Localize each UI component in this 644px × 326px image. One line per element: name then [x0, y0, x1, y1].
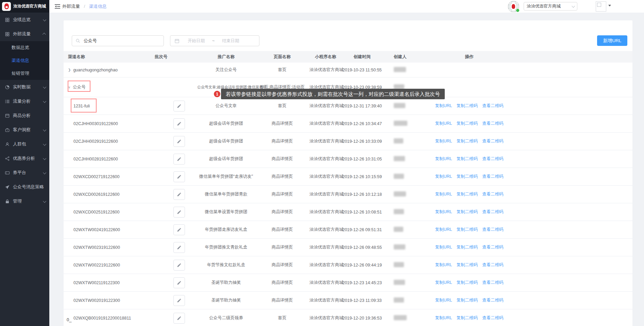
user-avatar-placeholder[interactable] [596, 1, 606, 12]
copy-url-link[interactable]: 复制URL [435, 174, 452, 179]
share-icon [4, 156, 10, 161]
sidebar-item-customer-insight[interactable]: 客户洞察 [0, 123, 49, 137]
copy-qrcode-link[interactable]: 复制二维码 [457, 262, 478, 268]
sidebar-item-external-traffic[interactable]: 外部流量 [0, 27, 49, 41]
edit-batch-button[interactable] [173, 277, 185, 288]
view-qrcode-link[interactable]: 查看二维码 [482, 315, 504, 321]
edit-batch-button[interactable] [173, 295, 185, 306]
menu-fold-icon[interactable] [54, 3, 61, 10]
page-name: 商品详情页 [255, 262, 309, 268]
copy-qrcode-link[interactable]: 复制二维码 [457, 209, 478, 215]
edit-batch-button[interactable] [173, 154, 185, 165]
sidebar-item-traffic-analysis[interactable]: 流量分析 [0, 94, 49, 108]
qr-code-avatar[interactable] [508, 1, 520, 13]
pencil-icon [177, 280, 182, 285]
promo-name: 微信菜单设置年货拼团 [197, 209, 255, 215]
copy-url-link[interactable]: 复制URL [435, 315, 452, 321]
date-end-placeholder[interactable]: 结束日期 [222, 38, 239, 44]
sidebar-item-official-account-message[interactable]: 公众号消息策略 [0, 180, 49, 194]
view-qrcode-link[interactable]: 查看二维码 [482, 174, 504, 179]
online-status-dot [516, 8, 520, 12]
view-qrcode-link[interactable]: 查看二维码 [482, 103, 504, 109]
copy-url-link[interactable]: 复制URL [435, 262, 452, 268]
table-row: 02WXCD002519122600微信菜单设置年货拼团商品详情页洽洽优选官方商… [64, 203, 632, 221]
expand-row-icon[interactable]: ❯ [68, 68, 71, 72]
view-qrcode-link[interactable]: 查看二维码 [482, 297, 504, 303]
edit-batch-button[interactable] [173, 242, 185, 253]
sidebar-subitem-data-overview[interactable]: 数据总览 [0, 41, 49, 54]
edit-batch-button[interactable] [173, 207, 185, 218]
copy-qrcode-link[interactable]: 复制二维码 [457, 315, 478, 321]
edit-batch-button[interactable] [173, 224, 185, 235]
created-time: 2019-12-23 14:45:23 [342, 280, 383, 285]
copy-url-link[interactable]: 复制URL [435, 156, 452, 162]
view-qrcode-link[interactable]: 查看二维码 [482, 121, 504, 126]
chevron-down-icon [43, 85, 46, 88]
edit-batch-button[interactable] [173, 260, 185, 271]
copy-url-link[interactable]: 复制URL [435, 121, 452, 126]
view-qrcode-link[interactable]: 查看二维码 [482, 227, 504, 233]
sidebar-item-product-analysis[interactable]: 商品分析 [0, 108, 49, 123]
copy-qrcode-link[interactable]: 复制二维码 [457, 297, 478, 303]
store-select[interactable]: 洽洽优选官方商城 [524, 2, 577, 11]
pencil-icon [177, 139, 182, 144]
grid-icon [4, 17, 10, 22]
copy-url-link[interactable]: 复制URL [435, 103, 452, 109]
copy-qrcode-link[interactable]: 复制二维码 [457, 156, 478, 162]
copy-url-link[interactable]: 复制URL [435, 227, 452, 233]
view-qrcode-link[interactable]: 查看二维码 [482, 209, 504, 215]
sidebar-item-audience-pack[interactable]: 人群包 [0, 137, 49, 151]
copy-qrcode-link[interactable]: 复制二维码 [457, 103, 478, 109]
creator-redacted [394, 244, 405, 250]
view-qrcode-link[interactable]: 查看二维码 [482, 191, 504, 197]
view-qrcode-link[interactable]: 查看二维码 [482, 280, 504, 286]
user-menu-caret-icon[interactable] [608, 5, 611, 6]
sidebar-item-performance-overview[interactable]: 业绩总览 [0, 13, 49, 27]
sidebar-subitem-channel-info[interactable]: 渠道信息 [0, 54, 49, 67]
sidebar-item-coupon-platform[interactable]: 券平台 [0, 166, 49, 180]
edit-batch-button[interactable] [173, 118, 185, 129]
copy-url-link[interactable]: 复制URL [435, 244, 452, 250]
copy-qrcode-link[interactable]: 复制二维码 [457, 121, 478, 126]
promo-name: 年货节推文红款礼盒 [197, 262, 255, 268]
copy-url-link[interactable]: 复制URL [435, 297, 452, 303]
sidebar-item-admin[interactable]: 管理 [0, 194, 49, 208]
view-qrcode-link[interactable]: 查看二维码 [482, 138, 504, 144]
copy-qrcode-link[interactable]: 复制二维码 [457, 227, 478, 233]
edit-batch-button[interactable] [173, 101, 185, 111]
table-row: 02WXTW002319122600年货拼团推文青款礼盒商品详情页洽洽优选官方商… [64, 239, 632, 256]
copy-qrcode-link[interactable]: 复制二维码 [457, 280, 478, 286]
search-input[interactable] [83, 38, 156, 44]
copy-qrcode-link[interactable]: 复制二维码 [457, 244, 478, 250]
sidebar-item-coupon-analysis[interactable]: 优惠券分析 [0, 151, 49, 166]
edit-batch-button[interactable] [173, 189, 185, 200]
sidebar-item-realtime-data[interactable]: 实时数据 [0, 80, 49, 94]
chevron-down-icon [43, 128, 46, 131]
sidebar-subitem-short-link[interactable]: 短链管理 [0, 67, 49, 80]
created-time: 2019-12-26 09:44:19 [342, 263, 383, 268]
copy-url-link[interactable]: 复制URL [435, 280, 452, 286]
copy-qrcode-link[interactable]: 复制二维码 [457, 138, 478, 144]
view-qrcode-link[interactable]: 查看二维码 [482, 262, 504, 268]
sidebar-item-label: 流量分析 [13, 98, 31, 104]
edit-batch-button[interactable] [173, 171, 185, 182]
date-start-placeholder[interactable]: 开始日期 [188, 38, 205, 44]
collapse-row-icon[interactable]: ∨ [68, 85, 70, 89]
view-qrcode-link[interactable]: 查看二维码 [482, 244, 504, 250]
edit-batch-button[interactable] [173, 136, 185, 147]
view-qrcode-link[interactable]: 查看二维码 [482, 156, 504, 162]
copy-qrcode-link[interactable]: 复制二维码 [457, 191, 478, 197]
copy-qrcode-link[interactable]: 复制二维码 [457, 174, 478, 179]
add-url-button[interactable]: 新增URL [597, 35, 627, 46]
breadcrumb-current[interactable]: 渠道信息 [89, 4, 107, 9]
creator-redacted [394, 121, 407, 126]
copy-url-link[interactable]: 复制URL [435, 138, 452, 144]
mini-program-name: 洽洽优选官方商城 [309, 280, 342, 286]
breadcrumb-parent[interactable]: 外部流量 [62, 4, 80, 9]
date-range-picker[interactable]: 开始日期 ~ 结束日期 [170, 35, 259, 46]
copy-url-link[interactable]: 复制URL [435, 209, 452, 215]
created-time: 2019-12-20 19:36:53 [342, 316, 383, 321]
edit-batch-button[interactable] [173, 313, 185, 324]
sidebar-submenu-external-traffic: 数据总览渠道信息短链管理 [0, 41, 49, 80]
copy-url-link[interactable]: 复制URL [435, 191, 452, 197]
